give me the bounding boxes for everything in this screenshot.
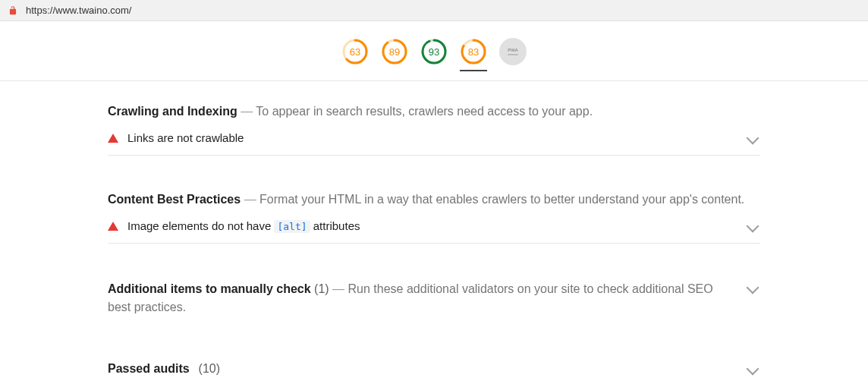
dash: — (244, 193, 256, 206)
section-desc: Format your HTML in a way that enables c… (259, 193, 744, 206)
audit-text-post: attributes (310, 219, 360, 232)
audit-label: Image elements do not have [alt] attribu… (127, 219, 739, 232)
gauge-seo[interactable]: 83 (460, 38, 487, 71)
audit-label: Links are not crawlable (127, 131, 739, 144)
score-gauges-row: 63 89 93 83 PWA (0, 21, 868, 81)
section-passed-audits[interactable]: Passed audits (10) (108, 362, 760, 381)
code-chip-alt: [alt] (274, 220, 310, 233)
section-desc: To appear in search results, crawlers ne… (256, 105, 593, 118)
chevron-down-icon (747, 363, 760, 376)
section-title: Content Best Practices (108, 193, 241, 206)
gauge-accessibility[interactable]: 89 (381, 38, 408, 71)
gauge-value: 93 (420, 38, 448, 65)
url-bar: https://www.twaino.com/ (0, 0, 868, 21)
dash: — (241, 105, 253, 118)
gauge-value: 63 (341, 38, 369, 65)
audit-text-pre: Image elements do not have (127, 219, 274, 232)
chevron-down-icon (747, 282, 760, 294)
insecure-lock-icon (8, 5, 18, 16)
section-title: Passed audits (108, 362, 190, 376)
gauge-best-practices[interactable]: 93 (420, 38, 448, 71)
audit-images-no-alt[interactable]: Image elements do not have [alt] attribu… (108, 209, 760, 244)
gauge-performance[interactable]: 63 (341, 38, 369, 71)
section-crawling-header: Crawling and Indexing — To appear in sea… (108, 102, 760, 121)
gauge-value: 83 (460, 38, 487, 65)
url-text[interactable]: https://www.twaino.com/ (26, 5, 131, 16)
gauge-value: 89 (381, 38, 408, 65)
audit-links-not-crawlable[interactable]: Links are not crawlable (108, 121, 760, 156)
section-manual-check[interactable]: Additional items to manually check (1) —… (108, 280, 760, 316)
section-title: Crawling and Indexing (108, 105, 237, 118)
chevron-down-icon (747, 219, 760, 232)
section-count: (1) (314, 282, 329, 295)
section-title: Additional items to manually check (108, 282, 311, 295)
section-count: (10) (199, 362, 220, 376)
pwa-badge-icon: PWA (499, 38, 527, 65)
gauge-pwa[interactable]: PWA (499, 38, 527, 71)
pwa-label: PWA (508, 48, 517, 52)
dash: — (332, 282, 344, 295)
warning-triangle-icon (108, 222, 118, 231)
chevron-down-icon (747, 131, 760, 144)
section-content-bp-header: Content Best Practices — Format your HTM… (108, 190, 760, 209)
warning-triangle-icon (108, 134, 118, 143)
